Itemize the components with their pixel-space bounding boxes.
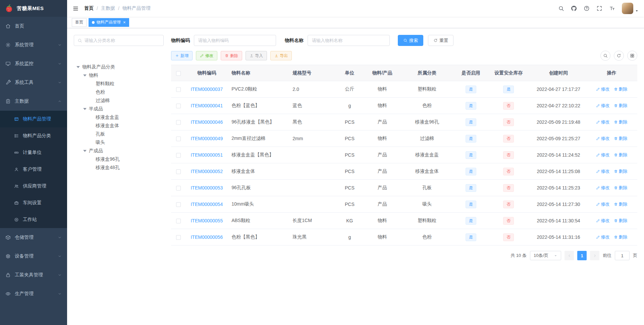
row-edit-link[interactable]: 修改: [596, 218, 610, 224]
search-icon[interactable]: [558, 5, 564, 11]
user-menu[interactable]: [622, 3, 639, 14]
tree-node[interactable]: 移液盒盒体: [74, 121, 164, 130]
select-all-checkbox[interactable]: [176, 71, 181, 76]
next-page-button[interactable]: [590, 251, 599, 260]
row-edit-link[interactable]: 修改: [596, 119, 610, 125]
hamburger-icon[interactable]: [72, 5, 79, 12]
row-delete-link[interactable]: 删除: [614, 234, 628, 240]
sidebar-item-warehouse-management[interactable]: 仓储管理: [0, 228, 67, 247]
tree-node[interactable]: 移液盒48孔: [74, 163, 164, 172]
row-checkbox[interactable]: [176, 186, 181, 191]
material-code-link[interactable]: ITEM00000051: [191, 152, 223, 158]
row-delete-link[interactable]: 删除: [614, 119, 628, 125]
row-edit-link[interactable]: 修改: [596, 168, 610, 174]
breadcrumb-item[interactable]: 首页: [84, 5, 94, 11]
sidebar-item-production-management[interactable]: 生产管理: [0, 284, 67, 303]
tree-node[interactable]: 产成品: [74, 147, 164, 155]
page-size-select[interactable]: 10条/页: [530, 251, 561, 260]
material-code-link[interactable]: ITEM00000054: [191, 202, 223, 207]
sidebar-item-workshop-settings[interactable]: 车间设置: [0, 195, 67, 211]
tree-node[interactable]: 物料: [74, 71, 164, 79]
material-code-link[interactable]: ITEM00000046: [191, 119, 223, 125]
row-checkbox[interactable]: [176, 120, 181, 125]
material-code-link[interactable]: ITEM00000055: [191, 218, 223, 223]
row-delete-link[interactable]: 删除: [614, 218, 628, 224]
sidebar-item-measurement-unit[interactable]: 计量单位: [0, 144, 67, 161]
fullscreen-icon[interactable]: [596, 5, 602, 11]
search-button[interactable]: 搜索: [398, 35, 423, 46]
sidebar-item-system-monitor[interactable]: 系统监控: [0, 54, 67, 73]
row-delete-link[interactable]: 删除: [614, 136, 628, 142]
edit-button[interactable]: 修改: [196, 51, 217, 60]
tab-material-product-management[interactable]: 物料产品管理×: [89, 18, 129, 27]
tree-node[interactable]: 半成品: [74, 105, 164, 113]
row-delete-link[interactable]: 删除: [614, 86, 628, 92]
breadcrumb-item[interactable]: 主数据: [101, 5, 115, 11]
grid-icon[interactable]: [627, 51, 637, 61]
row-checkbox[interactable]: [176, 87, 181, 92]
tree-node[interactable]: 过滤棉: [74, 96, 164, 105]
tree-node[interactable]: 色粉: [74, 88, 164, 96]
close-icon[interactable]: ×: [123, 20, 126, 24]
material-code-link[interactable]: ITEM00000056: [191, 234, 223, 240]
sidebar-item-material-product-category[interactable]: 物料产品分类: [0, 127, 67, 144]
refresh-icon[interactable]: [614, 51, 624, 61]
row-checkbox[interactable]: [176, 202, 181, 207]
row-delete-link[interactable]: 删除: [614, 185, 628, 191]
material-code-link[interactable]: ITEM00000052: [191, 169, 223, 174]
row-checkbox[interactable]: [176, 153, 181, 158]
sidebar-item-customer-management[interactable]: 客户管理: [0, 161, 67, 178]
sidebar-item-workstation[interactable]: 工作站: [0, 211, 67, 228]
import-button[interactable]: 导入: [246, 51, 267, 60]
row-checkbox[interactable]: [176, 104, 181, 108]
material-code-link[interactable]: ITEM00000049: [191, 136, 223, 141]
search-icon[interactable]: [600, 51, 610, 61]
tree-node[interactable]: 孔板: [74, 130, 164, 138]
row-edit-link[interactable]: 修改: [596, 86, 610, 92]
row-delete-link[interactable]: 删除: [614, 103, 628, 109]
export-button[interactable]: 导出: [270, 51, 292, 60]
material-code-link[interactable]: ITEM00000041: [191, 103, 223, 108]
category-search-input[interactable]: [85, 38, 160, 43]
tree-node[interactable]: 吸头: [74, 138, 164, 147]
help-icon[interactable]: [584, 5, 590, 11]
material-code-link[interactable]: ITEM00000037: [191, 87, 223, 92]
row-checkbox[interactable]: [176, 219, 181, 223]
tree-node[interactable]: 物料及产品分类: [74, 63, 164, 71]
goto-page-input[interactable]: [615, 251, 630, 260]
app-logo[interactable]: 苦糖果MES: [0, 0, 67, 17]
row-delete-link[interactable]: 删除: [614, 152, 628, 158]
reset-button[interactable]: 重置: [428, 35, 453, 46]
row-delete-link[interactable]: 删除: [614, 201, 628, 207]
row-edit-link[interactable]: 修改: [596, 185, 610, 191]
sidebar-item-material-product-management[interactable]: 物料产品管理: [0, 111, 67, 127]
material-name-input[interactable]: [308, 35, 390, 46]
row-edit-link[interactable]: 修改: [596, 234, 610, 240]
row-delete-link[interactable]: 删除: [614, 168, 628, 174]
sidebar-item-system-tools[interactable]: 系统工具: [0, 73, 67, 92]
sidebar-item-home[interactable]: 首页: [0, 17, 67, 36]
sidebar-item-fixture-management[interactable]: 工装夹具管理: [0, 266, 67, 284]
material-code-link[interactable]: ITEM00000053: [191, 185, 223, 191]
delete-button[interactable]: 删除: [221, 51, 242, 60]
sidebar-item-master-data[interactable]: 主数据: [0, 92, 67, 111]
tree-node[interactable]: 塑料颗粒: [74, 79, 164, 88]
sidebar-item-equipment-management[interactable]: 设备管理: [0, 247, 67, 266]
tree-node[interactable]: 移液盒盒盖: [74, 113, 164, 121]
row-edit-link[interactable]: 修改: [596, 103, 610, 109]
row-edit-link[interactable]: 修改: [596, 201, 610, 207]
row-checkbox[interactable]: [176, 137, 181, 141]
tree-node[interactable]: 移液盒96孔: [74, 155, 164, 163]
row-edit-link[interactable]: 修改: [596, 152, 610, 158]
page-number-button[interactable]: 1: [577, 251, 587, 260]
prev-page-button[interactable]: [565, 251, 574, 260]
github-icon[interactable]: [571, 5, 577, 11]
row-edit-link[interactable]: 修改: [596, 136, 610, 142]
add-button[interactable]: 新增: [171, 51, 193, 60]
fontsize-icon[interactable]: [609, 5, 615, 11]
row-checkbox[interactable]: [176, 235, 181, 240]
row-checkbox[interactable]: [176, 169, 181, 174]
avatar[interactable]: [622, 3, 633, 14]
sidebar-item-supplier-management[interactable]: 供应商管理: [0, 178, 67, 195]
material-code-input[interactable]: [194, 35, 276, 46]
